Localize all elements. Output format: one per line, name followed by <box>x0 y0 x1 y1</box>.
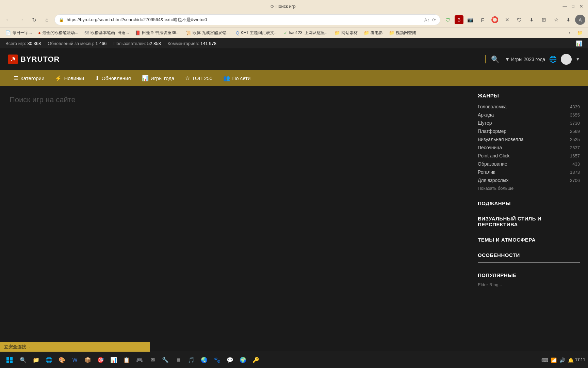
taskbar-app2-icon[interactable]: 🎯 <box>95 354 107 366</box>
camera-icon[interactable]: 📷 <box>465 14 476 25</box>
download-manager-icon[interactable]: ⬇ <box>526 14 537 25</box>
nav-games-year[interactable]: 📊 Игры года <box>136 70 180 86</box>
nav-top250[interactable]: ☆ ТОП 250 <box>180 70 218 86</box>
taskbar-files-icon[interactable]: 📁 <box>30 354 42 366</box>
bookmark-item-5[interactable]: 📜 欧体 九成宫醴泉铭... <box>183 29 232 36</box>
star-icon[interactable]: ☆ <box>551 14 561 25</box>
taskbar-paint-icon[interactable]: 🎨 <box>56 354 68 366</box>
bookmark-icon[interactable]: B <box>455 15 463 24</box>
genre-roguelike[interactable]: Рогалик 1373 <box>478 168 580 176</box>
tray-notification-icon[interactable]: 🔔 <box>567 357 574 364</box>
bookmark-item-1[interactable]: 📄 每日一字... <box>3 29 35 36</box>
taskbar-app13-icon[interactable]: 🌍 <box>237 354 249 366</box>
taskbar-app14-icon[interactable]: 🔑 <box>250 354 262 366</box>
popular-item-elder-ring[interactable]: Elder Ring... <box>478 282 580 287</box>
speech-icon[interactable]: A↑ <box>424 17 429 22</box>
avatar-chevron-icon[interactable]: ▼ <box>576 57 580 62</box>
minimize-button[interactable]: — <box>562 3 568 9</box>
total-games-value: 30 368 <box>28 41 41 46</box>
chart-icon[interactable]: 📊 <box>576 41 583 46</box>
genre-puzzle[interactable]: Головоломка 4339 <box>478 103 580 111</box>
logo-area[interactable]: ☭ BYRUTOR <box>8 55 60 64</box>
refresh-icon[interactable]: ⟳ <box>432 17 436 22</box>
bookmark-folder-3[interactable]: 📁 视频网登陆 <box>386 29 419 36</box>
genre-arcade[interactable]: Аркада 3655 <box>478 111 580 119</box>
taskbar-word-icon[interactable]: W <box>69 354 81 366</box>
nav-games-year-label: Игры года <box>151 75 175 81</box>
genre-sandbox[interactable]: Песочница 2537 <box>478 143 580 152</box>
download-icon[interactable]: ⬇ <box>563 14 574 25</box>
bookmarks-more-button[interactable]: › <box>567 30 572 36</box>
start-button[interactable] <box>3 353 16 367</box>
tray-sound-icon[interactable]: 🔊 <box>559 357 566 364</box>
address-bar[interactable]: 🔒 https://byrut.org/search.html?searchid… <box>54 14 440 25</box>
forward-button[interactable]: → <box>16 14 27 25</box>
genres-section: ЖАНРЫ Головоломка 4339 Аркада 3655 Шутер… <box>478 93 580 191</box>
maximize-button[interactable]: □ <box>570 3 576 9</box>
show-more-genres[interactable]: Показать больше <box>478 186 580 191</box>
taskbar-app3-icon[interactable]: 📊 <box>108 354 120 366</box>
nav-new[interactable]: ⚡ Новинки <box>50 70 89 86</box>
home-button[interactable]: ⌂ <box>42 14 52 25</box>
nav-categories[interactable]: ☰ Категории <box>8 70 50 86</box>
top250-icon: ☆ <box>185 75 190 81</box>
svg-rect-1 <box>10 357 13 360</box>
split-icon[interactable]: ⊞ <box>538 14 549 25</box>
taskbar-app1-icon[interactable]: 📦 <box>82 354 94 366</box>
vpn-icon[interactable]: ✕ <box>502 14 512 25</box>
taskbar-app12-icon[interactable]: 💬 <box>224 354 236 366</box>
taskbar: 🔍 📁 🌐 🎨 W 📦 🎯 📊 📋 🎮 ✉ 🔧 🖥 🎵 🌏 🐾 💬 🌍 🔑 ⌨ … <box>0 352 588 368</box>
browser-title: ⟳ Поиск игр <box>4 4 562 9</box>
nav-network[interactable]: 👥 По сети <box>218 70 256 86</box>
taskbar-app10-icon[interactable]: 🌏 <box>198 354 210 366</box>
genre-platformer[interactable]: Платформер 2569 <box>478 127 580 135</box>
taskbar-tray: ⌨ 📶 🔊 🔔 <box>541 357 574 364</box>
genre-point-click[interactable]: Point and Click 1657 <box>478 152 580 160</box>
nav-network-label: По сети <box>232 75 250 81</box>
taskbar-clock[interactable]: 17:11 <box>575 357 585 363</box>
adblock-icon[interactable]: 🛡 <box>514 14 525 25</box>
search-button[interactable]: 🔍 <box>490 54 501 65</box>
updates-label: Обновлений за месяц: <box>48 41 94 46</box>
taskbar-app8-icon[interactable]: 🖥 <box>172 354 184 366</box>
language-globe-icon[interactable]: 🌐 <box>549 56 557 63</box>
opera-icon[interactable]: ⭕ <box>489 14 500 25</box>
back-button[interactable]: ← <box>3 14 14 25</box>
extension-f-icon[interactable]: F <box>477 14 488 25</box>
profile-avatar[interactable]: A <box>575 15 585 25</box>
logo-text: BYRUTOR <box>20 55 60 64</box>
comments-value: 141 978 <box>200 41 216 46</box>
tray-network-icon[interactable]: 📶 <box>550 357 557 364</box>
year-selector[interactable]: ▼ Игры 2023 года <box>505 57 545 62</box>
bookmark-item-6[interactable]: Q KET 主题词汇表文... <box>233 29 280 36</box>
close-button[interactable]: ✕ <box>578 3 584 9</box>
users-value: 52 858 <box>147 41 161 46</box>
genre-shooter[interactable]: Шутер 3730 <box>478 119 580 127</box>
taskbar-app5-icon[interactable]: 🎮 <box>133 354 146 366</box>
taskbar-app11-icon[interactable]: 🐾 <box>211 354 223 366</box>
bookmark-item-4[interactable]: 📕 田蓬章 书法讲座36... <box>132 29 182 36</box>
user-avatar[interactable] <box>561 54 572 65</box>
taskbar-app7-icon[interactable]: 🔧 <box>159 354 172 366</box>
extensions-shield-icon[interactable]: 🛡 <box>442 14 453 25</box>
bookmark-folder-1[interactable]: 📁 网站素材 <box>332 29 360 36</box>
taskbar-app6-icon[interactable]: ✉ <box>146 354 159 366</box>
browser-toolbar: ← → ↻ ⌂ 🔒 https://byrut.org/search.html?… <box>0 12 588 27</box>
taskbar-search-icon[interactable]: 🔍 <box>17 354 29 366</box>
network-icon: 👥 <box>223 75 230 81</box>
taskbar-browser-icon[interactable]: 🌐 <box>43 354 55 366</box>
bookmark-item-7[interactable]: ✓ hao123_上网从这里... <box>281 29 331 36</box>
tray-keyboard-icon[interactable]: ⌨ <box>541 357 549 364</box>
genre-education[interactable]: Образование 433 <box>478 160 580 168</box>
security-icon: 🔒 <box>59 17 64 22</box>
bookmark-item-3[interactable]: 56 欧楷基本笔画_田蓬... <box>82 29 132 36</box>
reload-button[interactable]: ↻ <box>29 14 39 25</box>
taskbar-app4-icon[interactable]: 📋 <box>120 354 133 366</box>
bookmark-folder-2[interactable]: 📁 看电影 <box>361 29 386 36</box>
bookmark-item-2[interactable]: ● 最全的欧楷笔法动... <box>35 29 81 36</box>
taskbar-app9-icon[interactable]: 🎵 <box>185 354 197 366</box>
genre-adults[interactable]: Для взрослых 3706 <box>478 176 580 184</box>
genre-visual-novel[interactable]: Визуальная новелла 2525 <box>478 135 580 143</box>
nav-updates[interactable]: ⬇ Обновления <box>89 70 136 86</box>
bookmark-folder-extra[interactable]: 📁 <box>574 30 585 36</box>
